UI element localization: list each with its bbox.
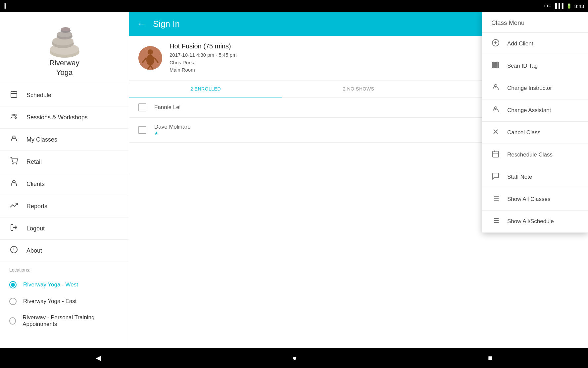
student-name-2: Dave Molinaro (154, 124, 191, 130)
reschedule-class-label: Reschedule Class (507, 152, 553, 158)
menu-item-change-instructor[interactable]: Change Instructor (482, 77, 588, 99)
svg-point-13 (12, 114, 14, 116)
change-instructor-label: Change Instructor (507, 85, 552, 92)
change-assistant-label: Change Assistant (507, 107, 551, 114)
nav-recent-button[interactable]: ■ (488, 354, 492, 362)
sidebar-nav-about[interactable]: About (0, 240, 129, 262)
cancel-class-icon (491, 128, 500, 138)
radio-personal[interactable] (9, 317, 16, 325)
location-west[interactable]: Riverway Yoga - West (9, 276, 120, 293)
sidebar: RiverwayYoga Schedule Sessions & Worksho… (0, 12, 129, 348)
menu-item-scan-id[interactable]: Scan ID Tag (482, 55, 588, 77)
reports-label: Reports (26, 203, 47, 210)
logo-stones-icon (46, 22, 83, 58)
sidebar-nav-sessions[interactable]: Sessions & Workshops (0, 106, 129, 129)
status-bar-right: LTE ▐▐▐ 🔋 8:43 (544, 3, 584, 9)
add-client-icon (491, 39, 500, 49)
student-checkbox-1[interactable] (138, 103, 146, 111)
svg-rect-35 (495, 62, 496, 68)
location-east-label: Riverway Yoga - East (23, 298, 77, 305)
svg-point-16 (13, 163, 13, 164)
lte-icon: LTE (544, 4, 551, 8)
location-west-label: Riverway Yoga - West (23, 281, 78, 288)
signal-icon: ▐▐▐ (554, 3, 564, 9)
change-instructor-icon (491, 83, 500, 93)
sidebar-nav-reports[interactable]: Reports (0, 195, 129, 217)
reschedule-class-icon (491, 150, 500, 160)
svg-rect-37 (498, 62, 499, 68)
tab-enrolled[interactable]: 2 ENROLLED (129, 81, 282, 97)
menu-item-reschedule-class[interactable]: Reschedule Class (482, 144, 588, 166)
myclasses-label: My Classes (26, 136, 57, 143)
app-bar-title: Sign In (153, 19, 180, 29)
clients-label: Clients (26, 181, 45, 188)
radio-west[interactable] (9, 281, 17, 288)
about-label: About (26, 247, 42, 254)
staff-note-icon (491, 172, 500, 182)
menu-item-change-assistant[interactable]: Change Assistant (482, 99, 588, 122)
location-east[interactable]: Riverway Yoga - East (9, 293, 120, 310)
class-instructor: Chris Rurka (170, 59, 237, 67)
menu-item-show-all-classes[interactable]: Show All Classes (482, 188, 588, 211)
svg-point-17 (16, 163, 17, 164)
svg-rect-36 (497, 62, 497, 68)
battery-icon: 🔋 (566, 3, 572, 9)
svg-rect-42 (493, 151, 499, 157)
svg-point-8 (61, 27, 70, 31)
location-personal-label: Riverway - Personal Training Appointment… (23, 314, 120, 328)
svg-rect-9 (11, 92, 17, 97)
logout-label: Logout (26, 225, 45, 232)
myclasses-icon (9, 135, 19, 145)
class-menu-dropdown: Class Menu Add Client Scan ID Tag Change… (482, 12, 588, 233)
class-avatar-icon (138, 46, 162, 70)
menu-item-add-client[interactable]: Add Client (482, 33, 588, 55)
retail-icon (9, 157, 19, 167)
locations-title: Locations: (9, 267, 120, 273)
sidebar-nav-schedule[interactable]: Schedule (0, 84, 129, 106)
sidebar-nav-clients[interactable]: Clients (0, 173, 129, 195)
nav-back-button[interactable]: ◀ (96, 354, 101, 362)
schedule-icon (9, 90, 19, 100)
locations-section: Locations: Riverway Yoga - West Riverway… (0, 262, 129, 335)
status-bar: LTE ▐▐▐ 🔋 8:43 (0, 0, 588, 12)
staff-note-label: Staff Note (507, 174, 532, 180)
svg-rect-0 (5, 3, 6, 9)
student-name-1: Fannie Lei (154, 104, 180, 111)
class-room: Main Room (170, 66, 237, 74)
student-checkbox-2[interactable] (138, 126, 146, 134)
add-client-label: Add Client (507, 40, 533, 47)
class-details: Hot Fusion (75 mins) 2017-10-11 4:30 pm … (170, 42, 237, 74)
status-bar-left (4, 3, 11, 9)
retail-label: Retail (26, 158, 42, 165)
sidebar-nav-myclasses[interactable]: My Classes (0, 129, 129, 151)
clients-icon (9, 179, 19, 189)
radio-west-inner (11, 283, 15, 287)
sidebar-nav-retail[interactable]: Retail (0, 151, 129, 173)
location-personal[interactable]: Riverway - Personal Training Appointment… (9, 310, 120, 332)
logout-icon (9, 223, 19, 233)
back-button[interactable]: ← (137, 19, 146, 29)
svg-point-25 (146, 55, 154, 65)
change-assistant-icon (491, 105, 500, 115)
schedule-label: Schedule (26, 92, 51, 99)
class-title: Hot Fusion (75 mins) (170, 42, 237, 50)
class-avatar (138, 46, 162, 70)
time-display: 8:43 (574, 3, 584, 9)
tab-noshows[interactable]: 2 NO SHOWS (282, 81, 435, 97)
about-icon (9, 246, 19, 256)
cancel-class-label: Cancel Class (507, 129, 540, 136)
sessions-label: Sessions & Workshops (26, 114, 88, 121)
svg-rect-33 (492, 62, 493, 68)
nav-home-button[interactable]: ● (292, 354, 297, 362)
sidebar-nav-logout[interactable]: Logout (0, 217, 129, 240)
svg-point-14 (14, 114, 16, 116)
radio-east[interactable] (9, 298, 17, 305)
student-star-2: ★ (154, 131, 159, 136)
menu-item-cancel-class[interactable]: Cancel Class (482, 122, 588, 144)
menu-item-staff-note[interactable]: Staff Note (482, 166, 588, 188)
menu-item-show-all-schedule[interactable]: Show All/Schedule (482, 211, 588, 233)
class-datetime: 2017-10-11 4:30 pm - 5:45 pm (170, 51, 237, 59)
logo-text: RiverwayYoga (49, 58, 79, 77)
show-all-classes-label: Show All Classes (507, 196, 550, 203)
class-menu-title: Class Menu (482, 12, 588, 33)
